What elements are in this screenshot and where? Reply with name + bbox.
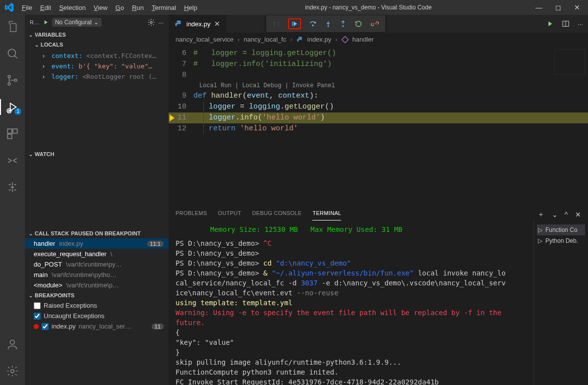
breadcrumb-item[interactable]: index.py	[307, 36, 331, 43]
explorer-icon[interactable]	[5, 20, 19, 34]
aliyun-icon[interactable]	[5, 180, 19, 194]
callstack-frame[interactable]: do_POST\var\fc\runtime\py…	[25, 259, 169, 270]
scm-icon[interactable]	[5, 73, 19, 87]
panel-tab-debug-console[interactable]: DEBUG CONSOLE	[252, 208, 302, 220]
local-variable[interactable]: › event: b'{ "key": "value"…	[42, 61, 169, 71]
panel-tabs: PROBLEMS OUTPUT DEBUG CONSOLE TERMINAL ＋…	[169, 205, 588, 220]
bp-checkbox[interactable]	[42, 323, 49, 330]
menu-help[interactable]: Help	[180, 2, 201, 13]
account-icon[interactable]	[5, 337, 19, 351]
step-out-icon[interactable]	[340, 20, 347, 28]
debug-toolbar[interactable]: ⋮⋮	[266, 15, 385, 32]
remote-icon[interactable]	[5, 154, 19, 167]
watch-section-header[interactable]: ⌄Watch	[25, 149, 169, 159]
svg-point-2	[8, 83, 10, 85]
menu-edit[interactable]: Edit	[36, 2, 55, 13]
svg-point-9	[10, 340, 15, 344]
debug-config-select[interactable]: No Configurat ⌄	[52, 18, 102, 27]
breadcrumb[interactable]: nancy_local_service› nancy_local_fc› ind…	[169, 33, 588, 46]
breakpoint-dot-icon	[34, 324, 39, 329]
debug-settings-icon[interactable]	[147, 18, 155, 26]
panel-tab-problems[interactable]: PROBLEMS	[176, 208, 207, 220]
local-variable[interactable]: › context: <context.FCContex…	[42, 51, 169, 61]
breakpoint-item[interactable]: index.pynancy_local_ser…11	[25, 321, 169, 331]
terminal-icon: ▷	[538, 237, 542, 244]
editor-tab[interactable]: index.py ✕	[169, 15, 227, 33]
continue-icon[interactable]	[288, 18, 301, 29]
svg-point-10	[11, 370, 14, 373]
python-file-icon	[296, 36, 303, 43]
breadcrumb-item[interactable]: handler	[353, 36, 374, 43]
maximize-icon[interactable]: ◻	[555, 3, 561, 11]
debug-badge: 1	[14, 108, 21, 115]
more-editor-icon[interactable]: ···	[578, 20, 583, 28]
panel-tab-output[interactable]: OUTPUT	[218, 208, 241, 220]
menu-file[interactable]: File	[18, 2, 36, 13]
run-header: R… No Configurat ⌄ ···	[25, 15, 169, 30]
menu-run[interactable]: Run	[128, 2, 148, 13]
split-editor-icon[interactable]	[562, 20, 570, 28]
search-icon[interactable]	[5, 47, 19, 60]
menu-selection[interactable]: Selection	[55, 2, 89, 13]
code-lens[interactable]: Local Run | Local Debug | Invoke Panel	[169, 81, 588, 91]
drag-handle-icon[interactable]: ⋮⋮	[272, 21, 280, 27]
vscode-logo-icon	[5, 3, 14, 12]
symbol-method-icon	[342, 36, 349, 43]
breakpoint-item[interactable]: Uncaught Exceptions	[25, 311, 169, 321]
variables-section-header[interactable]: ⌄Variables	[25, 30, 169, 40]
settings-gear-icon[interactable]	[5, 364, 19, 378]
start-debug-icon[interactable]	[42, 19, 49, 26]
breakpoint-item[interactable]: Raised Exceptions	[25, 300, 169, 311]
more-actions-icon[interactable]: ···	[158, 19, 164, 26]
terminal-list-item[interactable]: ▷Function Co	[537, 224, 585, 235]
extensions-icon[interactable]	[5, 127, 19, 141]
close-icon[interactable]: ✕	[574, 3, 580, 11]
close-panel-icon[interactable]: ✕	[575, 211, 581, 219]
menu-terminal[interactable]: Terminal	[148, 2, 180, 13]
menu-go[interactable]: Go	[112, 2, 128, 13]
terminal-list: ▷Function Co ▷Python Deb.	[533, 220, 588, 385]
callstack-frame[interactable]: execute_request_handler\	[25, 249, 169, 259]
svg-point-15	[328, 26, 329, 27]
callstack-frame[interactable]: handlerindex.py11:1	[25, 238, 169, 249]
chevron-down-icon[interactable]: ⌄	[552, 211, 558, 219]
run-file-icon[interactable]	[546, 20, 554, 28]
breadcrumb-item[interactable]: nancy_local_service	[176, 36, 234, 43]
terminal-icon: ▷	[538, 226, 542, 233]
breakpoints-section-header[interactable]: ⌄Breakpoints	[25, 290, 169, 300]
maximize-panel-icon[interactable]: ^	[565, 211, 568, 219]
breakpoints-list: Raised Exceptions Uncaught Exceptions in…	[25, 300, 169, 331]
callstack-list: handlerindex.py11:1 execute_request_hand…	[25, 238, 169, 290]
chevron-right-icon: ›	[42, 52, 46, 59]
editor-group: index.py ✕ ⋮⋮ ··· nancy_local_service› n…	[169, 15, 588, 385]
run-debug-icon[interactable]: 1	[5, 100, 19, 114]
svg-point-11	[150, 21, 152, 23]
callstack-status: PAUSED ON BREAKPOINT	[71, 230, 140, 236]
bp-checkbox[interactable]	[34, 313, 41, 320]
local-variable[interactable]: › logger: <RootLogger root (…	[42, 71, 169, 82]
chevron-down-icon: ⌄	[94, 19, 99, 26]
restart-icon[interactable]	[354, 20, 362, 28]
minimize-icon[interactable]: —	[535, 3, 542, 11]
svg-point-12	[177, 21, 177, 22]
step-over-icon[interactable]	[309, 20, 317, 28]
chevron-right-icon: ›	[42, 62, 46, 70]
svg-point-3	[14, 79, 17, 82]
callstack-section-header[interactable]: ⌄ Call Stack PAUSED ON BREAKPOINT	[25, 228, 169, 238]
svg-point-14	[312, 25, 313, 26]
step-into-icon[interactable]	[325, 20, 332, 28]
new-terminal-icon[interactable]: ＋	[537, 210, 544, 219]
disconnect-icon[interactable]	[370, 20, 379, 28]
bp-checkbox[interactable]	[34, 302, 41, 309]
callstack-frame[interactable]: <module>\var\fc\runtime\p…	[25, 280, 169, 290]
breadcrumb-item[interactable]: nancy_local_fc	[243, 36, 286, 43]
locals-header[interactable]: ⌄Locals	[25, 40, 169, 50]
menu-view[interactable]: View	[90, 2, 112, 13]
terminal-list-item[interactable]: ▷Python Deb.	[537, 235, 585, 246]
close-tab-icon[interactable]: ✕	[214, 20, 220, 28]
code-editor[interactable]: 6# logger = logging.getLogger() 7# logge…	[169, 46, 588, 205]
panel-tab-terminal[interactable]: TERMINAL	[312, 208, 341, 220]
menu-bar: File Edit Selection View Go Run Terminal…	[18, 2, 201, 13]
callstack-frame[interactable]: main\var\fc\runtime\pytho…	[25, 270, 169, 280]
terminal-output[interactable]: Memory Size: 12530 MB Max Memory Used: 3…	[169, 220, 533, 385]
